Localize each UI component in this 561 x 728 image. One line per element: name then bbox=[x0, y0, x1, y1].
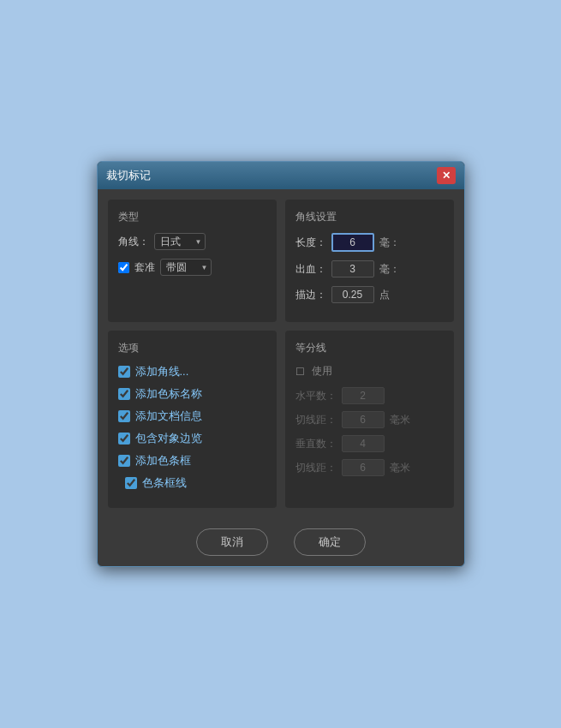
option-label-1: 添加色标名称 bbox=[135, 386, 202, 402]
bleed-label: 出血： bbox=[295, 262, 326, 277]
stroke-label: 描边： bbox=[295, 288, 326, 302]
register-style-dropdown[interactable]: 带圆 不带圆 bbox=[160, 259, 212, 276]
register-label: 套准 bbox=[134, 260, 155, 275]
v-cut-row: 切线距： 毫米 bbox=[295, 459, 444, 476]
v-count-row: 垂直数： bbox=[295, 435, 444, 452]
option-row-2: 添加文档信息 bbox=[118, 409, 266, 424]
option-label-0: 添加角线... bbox=[135, 364, 189, 379]
length-unit: 毫： bbox=[379, 236, 400, 250]
h-cut-row: 切线距： 毫米 bbox=[295, 411, 444, 428]
h-cut-input bbox=[342, 411, 385, 428]
dialog: 裁切标记 ✕ 类型 角线： 日式 美式 套准 带圆 bbox=[97, 161, 465, 567]
corner-settings-panel: 角线设置 长度： 毫： 出血： 毫： 描边： 点 bbox=[285, 200, 454, 322]
option-row-0: 添加角线... bbox=[118, 364, 266, 379]
dialog-title: 裁切标记 bbox=[106, 168, 151, 183]
length-input[interactable] bbox=[331, 233, 374, 252]
h-count-input bbox=[342, 387, 385, 404]
length-row: 长度： 毫： bbox=[295, 233, 444, 252]
option-row-3: 包含对象边览 bbox=[118, 431, 266, 446]
option-label-3: 包含对象边览 bbox=[135, 431, 202, 446]
corner-dropdown-wrapper: 日式 美式 bbox=[154, 233, 206, 250]
option-label-2: 添加文档信息 bbox=[135, 409, 202, 424]
length-label: 长度： bbox=[295, 236, 326, 250]
h-count-row: 水平数： bbox=[295, 387, 444, 404]
option-label-4: 添加色条框 bbox=[135, 453, 191, 468]
use-label: 使用 bbox=[312, 364, 332, 379]
option-checkbox-4[interactable] bbox=[118, 455, 130, 467]
bleed-unit: 毫： bbox=[379, 262, 400, 277]
h-count-label: 水平数： bbox=[295, 389, 337, 403]
bleed-input[interactable] bbox=[331, 260, 374, 277]
option-checkbox-2[interactable] bbox=[118, 410, 130, 422]
h-cut-unit: 毫米 bbox=[390, 413, 410, 427]
option-checkbox-0[interactable] bbox=[118, 366, 130, 378]
footer: 取消 确定 bbox=[98, 518, 464, 566]
dialog-body: 类型 角线： 日式 美式 套准 带圆 不带圆 bbox=[98, 189, 464, 518]
option-checkbox-3[interactable] bbox=[118, 433, 130, 445]
options-panel: 选项 添加角线... 添加色标名称 添加文档信息 包含对象边览 添加色条框 bbox=[108, 331, 277, 508]
title-bar: 裁切标记 ✕ bbox=[98, 162, 464, 189]
type-panel: 类型 角线： 日式 美式 套准 带圆 不带圆 bbox=[108, 200, 277, 322]
register-row: 套准 带圆 不带圆 bbox=[118, 259, 266, 276]
corner-settings-title: 角线设置 bbox=[295, 210, 444, 224]
v-cut-unit: 毫米 bbox=[390, 461, 410, 475]
option-checkbox-1[interactable] bbox=[118, 388, 130, 400]
close-button[interactable]: ✕ bbox=[437, 167, 456, 184]
equal-lines-panel: 等分线 ☐ 使用 水平数： 切线距： 毫米 垂直数： 切线距： bbox=[285, 331, 454, 508]
bleed-row: 出血： 毫： bbox=[295, 260, 444, 277]
option-row-4: 添加色条框 bbox=[118, 453, 266, 468]
ok-button[interactable]: 确定 bbox=[294, 528, 366, 556]
corner-dropdown[interactable]: 日式 美式 bbox=[154, 233, 206, 250]
stroke-row: 描边： 点 bbox=[295, 286, 444, 303]
option-label-5: 色条框线 bbox=[142, 475, 187, 491]
cancel-button[interactable]: 取消 bbox=[196, 528, 268, 556]
register-checkbox[interactable] bbox=[118, 262, 129, 273]
v-cut-input bbox=[342, 459, 385, 476]
use-checkbox-box: ☐ bbox=[295, 366, 305, 378]
corner-row: 角线： 日式 美式 bbox=[118, 233, 266, 250]
v-count-input bbox=[342, 435, 385, 452]
v-cut-label: 切线距： bbox=[295, 461, 337, 475]
type-panel-title: 类型 bbox=[118, 210, 266, 224]
v-count-label: 垂直数： bbox=[295, 437, 337, 451]
options-panel-title: 选项 bbox=[118, 341, 266, 355]
use-row: ☐ 使用 bbox=[295, 364, 444, 379]
stroke-input[interactable] bbox=[331, 286, 374, 303]
option-row-1: 添加色标名称 bbox=[118, 386, 266, 402]
corner-label: 角线： bbox=[118, 235, 149, 249]
h-cut-label: 切线距： bbox=[295, 413, 337, 427]
stroke-unit: 点 bbox=[379, 288, 390, 302]
equal-lines-title: 等分线 bbox=[295, 341, 444, 355]
option-checkbox-5[interactable] bbox=[125, 477, 137, 489]
register-style-wrapper: 带圆 不带圆 bbox=[160, 259, 212, 276]
option-row-5: 色条框线 bbox=[118, 475, 266, 491]
